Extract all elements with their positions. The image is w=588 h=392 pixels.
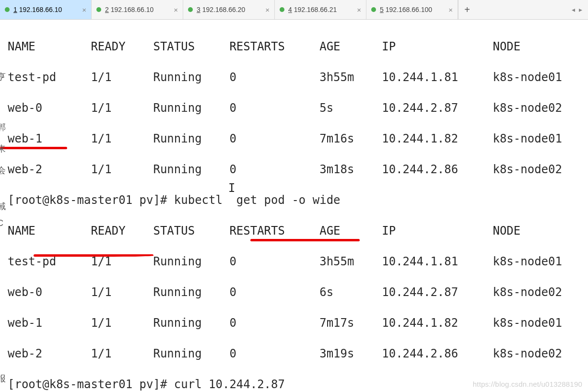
- annotation-underline: [34, 254, 153, 257]
- command-line: [root@k8s-master01 pv]# kubectl get pod …: [8, 192, 588, 208]
- tab-host: 192.168.66.21: [294, 6, 353, 13]
- table-row: test-pd 1/1 Running 0 3h55m 10.244.1.81 …: [8, 70, 588, 85]
- tab-1[interactable]: 1 192.168.66.10 ×: [0, 0, 92, 19]
- tab-bar: 1 192.168.66.10 × 2 192.168.66.10 × 3 19…: [0, 0, 588, 20]
- tab-number: 2: [105, 6, 109, 13]
- watermark: https://blog.csdn.net/u013288190: [473, 380, 582, 388]
- table-header: NAME READY STATUS RESTARTS AGE IP NODE N…: [8, 223, 588, 238]
- tab-nav-right-icon[interactable]: ▸: [579, 6, 582, 13]
- edge-glyph: 会: [0, 165, 6, 176]
- tab-number: 1: [13, 6, 17, 13]
- table-row: web-2 1/1 Running 0 3m19s 10.244.2.86 k8…: [8, 346, 588, 361]
- status-dot-icon: [5, 7, 10, 12]
- terminal[interactable]: NAME READY STATUS RESTARTS AGE IP NODE N…: [0, 20, 588, 392]
- status-dot-icon: [280, 7, 284, 12]
- edge-glyph: C: [0, 218, 3, 228]
- annotation-underline: [250, 239, 360, 241]
- close-icon[interactable]: ×: [265, 6, 270, 13]
- annotation-underline: [0, 147, 67, 149]
- table-row: web-0 1/1 Running 0 5s 10.244.2.87 k8s-n…: [8, 100, 588, 116]
- edge-glyph: 、: [0, 295, 6, 307]
- add-tab-button[interactable]: +: [458, 0, 476, 19]
- tab-number: 5: [380, 6, 384, 13]
- tab-host: 192.168.66.10: [19, 6, 78, 13]
- edge-glyph: 亨: [0, 71, 6, 83]
- tab-2[interactable]: 2 192.168.66.10 ×: [92, 0, 183, 19]
- close-icon[interactable]: ×: [448, 6, 453, 13]
- tab-host: 192.168.66.20: [202, 6, 261, 13]
- tab-host: 192.168.66.100: [386, 6, 445, 13]
- tab-number: 4: [288, 6, 292, 13]
- edge-glyph: 域: [0, 201, 6, 212]
- table-row: web-1 1/1 Running 0 7m17s 10.244.1.82 k8…: [8, 315, 588, 331]
- status-dot-icon: [188, 7, 193, 12]
- text-caret-icon: I: [228, 180, 235, 196]
- edge-glyph: 郫: [0, 121, 6, 133]
- tab-4[interactable]: 4 192.168.66.21 ×: [275, 0, 366, 19]
- tab-3[interactable]: 3 192.168.66.20 ×: [183, 0, 275, 19]
- tab-number: 3: [197, 6, 200, 13]
- tab-host: 192.168.66.10: [111, 6, 170, 13]
- edge-glyph: 报: [0, 373, 6, 384]
- close-icon[interactable]: ×: [357, 6, 361, 13]
- table-row: web-1 1/1 Running 0 7m16s 10.244.1.82 k8…: [8, 131, 588, 146]
- edge-glyph: 来: [0, 143, 6, 154]
- tab-nav-left-icon[interactable]: ◂: [572, 6, 575, 13]
- table-row: web-2 1/1 Running 0 3m18s 10.244.2.86 k8…: [8, 162, 588, 177]
- close-icon[interactable]: ×: [82, 6, 86, 13]
- tab-nav: ◂ ▸: [566, 0, 588, 19]
- table-header: NAME READY STATUS RESTARTS AGE IP NODE N…: [8, 39, 588, 54]
- edge-glyph: 、: [0, 278, 6, 290]
- table-row: web-0 1/1 Running 0 6s 10.244.2.87 k8s-n…: [8, 285, 588, 300]
- tab-5[interactable]: 5 192.168.66.100 ×: [366, 0, 458, 19]
- close-icon[interactable]: ×: [174, 6, 178, 13]
- status-dot-icon: [96, 7, 101, 12]
- status-dot-icon: [371, 7, 376, 12]
